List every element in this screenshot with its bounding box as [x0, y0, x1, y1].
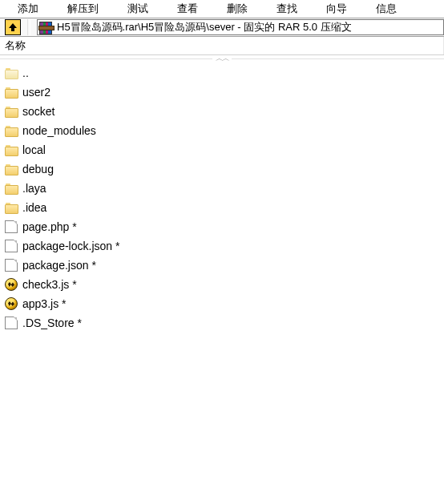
menu-find[interactable]: 查找	[262, 2, 312, 16]
list-item-label: .idea	[22, 201, 46, 214]
list-item-label: ..	[22, 67, 29, 79]
list-item-label: package-lock.json *	[22, 240, 119, 252]
toolbar-separator	[27, 19, 30, 35]
path-text: H5冒险岛源码.rar\H5冒险岛源码\sever - 固实的 RAR 5.0 …	[57, 20, 352, 34]
list-item[interactable]: ..	[0, 63, 444, 83]
arrow-up-icon	[8, 22, 18, 32]
menu-delete[interactable]: 删除	[212, 2, 262, 16]
list-item[interactable]: page.php *	[0, 217, 444, 236]
folder-icon	[5, 143, 18, 156]
list-item[interactable]: debug	[0, 159, 444, 179]
list-item[interactable]: check3.js *	[0, 275, 444, 294]
list-item-label: page.php *	[22, 220, 77, 233]
list-item[interactable]: package-lock.json *	[0, 236, 444, 256]
menu-bar: 添加 解压到 测试 查看 删除 查找 向导 信息	[0, 0, 444, 18]
up-one-level-button[interactable]	[5, 19, 21, 35]
file-icon	[5, 240, 18, 252]
menu-view[interactable]: 查看	[163, 2, 212, 16]
folder-icon	[5, 105, 18, 118]
file-icon	[5, 220, 18, 233]
list-item-label: local	[22, 143, 46, 156]
js-file-icon	[5, 297, 18, 310]
list-item[interactable]: user2	[0, 83, 444, 102]
menu-info[interactable]: 信息	[361, 2, 411, 16]
list-item[interactable]: app3.js *	[0, 294, 444, 313]
file-icon	[5, 317, 18, 329]
list-item[interactable]: .idea	[0, 198, 444, 217]
rar-archive-icon	[39, 21, 54, 34]
list-item[interactable]: socket	[0, 102, 444, 121]
column-header-name-label: 名称	[5, 38, 26, 53]
column-header-name[interactable]: 名称	[0, 37, 444, 55]
list-item-label: user2	[22, 86, 50, 99]
list-item[interactable]: .DS_Store *	[0, 313, 444, 333]
menu-test[interactable]: 测试	[113, 2, 163, 16]
folder-icon	[5, 124, 18, 137]
js-file-icon	[5, 278, 18, 291]
folder-icon	[5, 182, 18, 195]
folder-icon	[5, 86, 18, 99]
panel-splitter[interactable]: ︿︿	[0, 55, 444, 62]
list-item[interactable]: .laya	[0, 179, 444, 198]
folder-icon	[5, 201, 18, 214]
list-item-label: app3.js *	[22, 297, 66, 310]
file-list: ..user2socketnode_moduleslocaldebug.laya…	[0, 62, 444, 333]
menu-add[interactable]: 添加	[3, 2, 53, 16]
list-item-label: .laya	[22, 182, 46, 195]
menu-extract-to[interactable]: 解压到	[53, 2, 113, 16]
list-item-label: node_modules	[22, 124, 96, 137]
toolbar: H5冒险岛源码.rar\H5冒险岛源码\sever - 固实的 RAR 5.0 …	[0, 18, 444, 37]
path-bar[interactable]: H5冒险岛源码.rar\H5冒险岛源码\sever - 固实的 RAR 5.0 …	[37, 19, 444, 35]
menu-wizard[interactable]: 向导	[312, 2, 361, 16]
list-item-label: .DS_Store *	[22, 317, 82, 329]
list-item[interactable]: node_modules	[0, 121, 444, 140]
chevron-collapse-icon: ︿︿	[212, 55, 232, 62]
folder-icon	[5, 67, 18, 79]
folder-icon	[5, 163, 18, 175]
file-icon	[5, 259, 18, 272]
list-item-label: package.json *	[22, 259, 96, 272]
list-item-label: socket	[22, 105, 54, 118]
list-item[interactable]: local	[0, 140, 444, 159]
list-item[interactable]: package.json *	[0, 256, 444, 275]
list-item-label: debug	[22, 163, 54, 175]
list-item-label: check3.js *	[22, 278, 77, 291]
